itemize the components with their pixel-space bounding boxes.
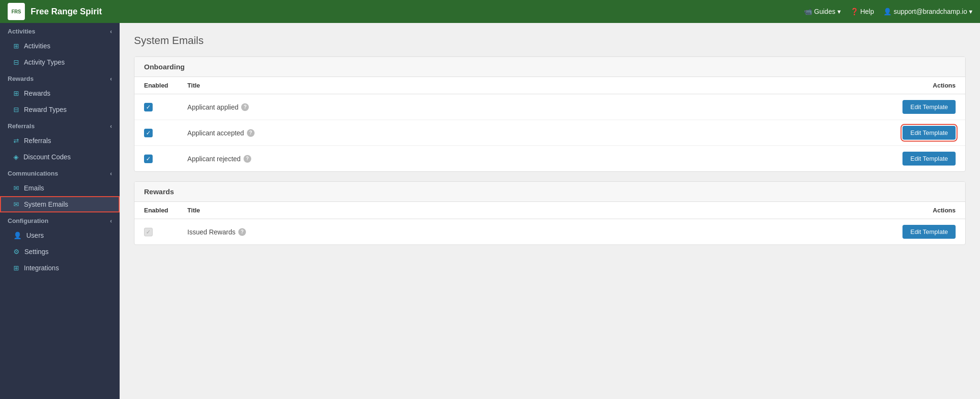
checkbox-checked[interactable]: ✓ [144,103,153,111]
edit-template-button[interactable]: Edit Template [902,152,956,166]
sidebar-section-activities[interactable]: Activities ‹ [0,23,120,38]
help-icon: ❓ [850,8,858,15]
app-logo: FRS [8,3,25,20]
onboarding-header: Onboarding [134,57,965,77]
title-cell: Applicant accepted ? [178,120,879,146]
onboarding-table: Enabled Title Actions ✓ Applicant applie… [134,77,965,171]
sidebar-item-system-emails[interactable]: ✉ System Emails [0,196,120,212]
rewards-table: Enabled Title Actions ✓ Issued Rewards [134,202,965,244]
sidebar-section-configuration[interactable]: Configuration ‹ [0,212,120,227]
sidebar-item-integrations[interactable]: ⊞ Integrations [0,260,120,276]
app-body: Activities ‹ ⊞ Activities ⊟ Activity Typ… [0,23,980,399]
checkbox-checked[interactable]: ✓ [144,155,153,163]
table-row: ✓ Issued Rewards ? Edit Template [134,219,965,245]
sidebar-item-referrals[interactable]: ⇄ Referrals [0,133,120,149]
reward-types-icon: ⊟ [13,106,19,113]
help-icon[interactable]: ? [244,155,251,163]
enabled-cell: ✓ [134,146,178,172]
sidebar-item-discount-codes[interactable]: ◈ Discount Codes [0,149,120,165]
sidebar-section-rewards[interactable]: Rewards ‹ [0,70,120,85]
activities-icon: ⊞ [13,42,19,50]
emails-icon: ✉ [13,184,19,192]
chevron-icon: ‹ [110,76,112,82]
referrals-icon: ⇄ [13,137,19,144]
app-title: Free Range Spirit [31,7,102,17]
title-cell: Applicant applied ? [178,94,879,120]
chevron-icon: ‹ [110,218,112,224]
top-nav-right: 📹 Guides ▾ ❓ Help 👤 support@brandchamp.i… [804,8,972,15]
help-icon[interactable]: ? [238,228,246,236]
edit-template-button[interactable]: Edit Template [902,225,956,239]
video-icon: 📹 [804,8,812,15]
edit-template-button-highlighted[interactable]: Edit Template [902,126,956,140]
enabled-cell: ✓ [134,120,178,146]
integrations-icon: ⊞ [13,264,19,272]
col-title-header: Title [178,202,879,219]
rewards-header: Rewards [134,182,965,202]
settings-icon: ⚙ [13,248,20,255]
col-enabled-header: Enabled [134,202,178,219]
help-icon[interactable]: ? [241,103,249,111]
chevron-down-icon: ▾ [837,8,841,15]
system-emails-icon: ✉ [13,200,19,208]
chevron-icon: ‹ [110,123,112,130]
guides-link[interactable]: 📹 Guides ▾ [804,8,840,15]
help-icon[interactable]: ? [247,129,255,137]
edit-template-button[interactable]: Edit Template [902,100,956,114]
actions-cell: Edit Template [879,219,965,245]
title-cell: Issued Rewards ? [178,219,879,245]
enabled-cell: ✓ [134,94,178,120]
sidebar-item-users[interactable]: 👤 Users [0,227,120,244]
title-cell: Applicant rejected ? [178,146,879,172]
page-title: System Emails [134,34,966,47]
table-row: ✓ Applicant applied ? Edit Template [134,94,965,120]
checkbox-checked[interactable]: ✓ [144,129,153,137]
actions-cell: Edit Template [879,94,965,120]
sidebar-item-reward-types[interactable]: ⊟ Reward Types [0,101,120,118]
chevron-icon: ‹ [110,28,112,35]
top-nav-left: FRS Free Range Spirit [8,3,102,20]
sidebar-item-activity-types[interactable]: ⊟ Activity Types [0,54,120,70]
onboarding-section: Onboarding Enabled Title Actions ✓ [134,56,966,172]
help-link[interactable]: ❓ Help [850,8,874,15]
table-row: ✓ Applicant rejected ? Edit Template [134,146,965,172]
activity-types-icon: ⊟ [13,58,19,66]
col-enabled-header: Enabled [134,77,178,94]
top-nav: FRS Free Range Spirit 📹 Guides ▾ ❓ Help … [0,0,980,23]
col-title-header: Title [178,77,879,94]
main-content: System Emails Onboarding Enabled Title A… [120,23,980,399]
discount-codes-icon: ◈ [13,153,19,161]
user-menu[interactable]: 👤 support@brandchamp.io ▾ [883,8,972,15]
sidebar-item-emails[interactable]: ✉ Emails [0,180,120,196]
col-actions-header: Actions [879,77,965,94]
sidebar: Activities ‹ ⊞ Activities ⊟ Activity Typ… [0,23,120,399]
sidebar-item-settings[interactable]: ⚙ Settings [0,244,120,260]
rewards-icon: ⊞ [13,89,19,97]
users-icon: 👤 [13,232,22,239]
sidebar-section-communications[interactable]: Communications ‹ [0,165,120,180]
checkbox-disabled[interactable]: ✓ [144,228,153,236]
enabled-cell: ✓ [134,219,178,245]
col-actions-header: Actions [879,202,965,219]
actions-cell: Edit Template [879,146,965,172]
sidebar-item-activities[interactable]: ⊞ Activities [0,38,120,54]
user-icon: 👤 [883,8,891,15]
sidebar-item-rewards[interactable]: ⊞ Rewards [0,85,120,101]
actions-cell: Edit Template [879,120,965,146]
sidebar-section-referrals[interactable]: Referrals ‹ [0,118,120,133]
chevron-down-icon: ▾ [969,8,972,15]
rewards-section: Rewards Enabled Title Actions ✓ [134,181,966,245]
table-row: ✓ Applicant accepted ? Edit Template [134,120,965,146]
chevron-icon: ‹ [110,170,112,177]
